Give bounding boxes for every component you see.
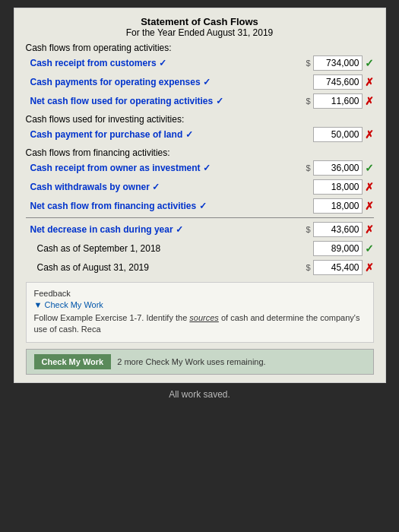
net-cash-financing-x-icon: ✗	[365, 200, 374, 212]
land-purchase-label: Cash payment for purchase of land ✓	[26, 129, 313, 140]
net-cash-operating-label: Net cash flow used for operating activit…	[26, 96, 306, 106]
feedback-text: Follow Example Exercise 1-7. Identify th…	[34, 312, 366, 336]
net-cash-operating-value: $ 11,600 ✗	[306, 93, 373, 109]
cash-withdrawals-x-icon: ✗	[365, 181, 374, 193]
land-purchase-row: Cash payment for purchase of land ✓ 50,0…	[26, 126, 374, 143]
cash-payments-row: Cash payments for operating expenses ✓ 7…	[26, 74, 374, 90]
cash-aug-label: Cash as of August 31, 2019	[26, 262, 306, 273]
cash-aug-value: $ 45,400 ✗	[306, 260, 373, 275]
cash-sept-row: Cash as of September 1, 2018 89,000 ✓	[26, 240, 374, 257]
owner-investment-row: Cash receipt from owner as investment ✓ …	[26, 160, 374, 176]
land-purchase-x-icon: ✗	[365, 128, 374, 141]
net-cash-financing-input[interactable]: 18,000	[313, 198, 363, 214]
document-header: Statement of Cash Flows For the Year End…	[26, 16, 374, 38]
document-title: Statement of Cash Flows	[26, 16, 374, 27]
cash-payments-input[interactable]: 745,600	[313, 74, 363, 90]
bottom-bar: Check My Work 2 more Check My Work uses …	[26, 349, 374, 375]
land-purchase-input[interactable]: 50,000	[313, 127, 363, 142]
cash-payments-x-icon: ✗	[365, 76, 374, 88]
net-decrease-label: Net decrease in cash during year ✓	[26, 224, 306, 235]
dollar-sign-2: $	[306, 97, 310, 106]
cash-receipt-input[interactable]: 734,000	[313, 55, 363, 71]
net-decrease-input[interactable]: 43,600	[313, 222, 363, 237]
cash-payments-label: Cash payments for operating expenses ✓	[26, 77, 313, 87]
cash-sept-input[interactable]: 89,000	[313, 241, 363, 256]
dollar-sign-4: $	[306, 225, 310, 234]
document-subtitle: For the Year Ended August 31, 2019	[26, 27, 374, 38]
net-cash-operating-row: Net cash flow used for operating activit…	[26, 93, 374, 109]
net-cash-operating-x-icon: ✗	[365, 95, 374, 107]
investing-section-label: Cash flows used for investing activities…	[26, 114, 374, 125]
cash-sept-value: 89,000 ✓	[313, 241, 374, 256]
cash-withdrawals-row: Cash withdrawals by owner ✓ 18,000 ✗	[26, 179, 374, 195]
check-my-work-button[interactable]: Check My Work	[34, 354, 112, 369]
cash-sept-check-icon: ✓	[365, 242, 374, 255]
cash-aug-input[interactable]: 45,400	[313, 260, 363, 275]
net-decrease-x-icon: ✗	[365, 223, 374, 236]
owner-investment-check-icon: ✓	[365, 162, 374, 174]
net-cash-financing-row: Net cash flow from financing activities …	[26, 198, 374, 214]
owner-investment-input[interactable]: 36,000	[313, 160, 363, 176]
owner-investment-value: $ 36,000 ✓	[306, 160, 373, 176]
operating-section-label: Cash flows from operating activities:	[26, 43, 374, 53]
cash-aug-x-icon: ✗	[365, 261, 374, 274]
cash-receipt-value: $ 734,000 ✓	[306, 55, 373, 71]
cash-withdrawals-label: Cash withdrawals by owner ✓	[26, 182, 313, 192]
financing-section-label: Cash flows from financing activities:	[26, 147, 374, 158]
net-cash-operating-input[interactable]: 11,600	[313, 93, 363, 109]
net-cash-financing-value: 18,000 ✗	[313, 198, 374, 214]
cash-receipt-row: Cash receipt from customers ✓ $ 734,000 …	[26, 55, 374, 71]
cash-withdrawals-value: 18,000 ✗	[313, 179, 374, 195]
net-decrease-value: $ 43,600 ✗	[306, 222, 373, 237]
cash-sept-label: Cash as of September 1, 2018	[26, 243, 313, 254]
cash-receipt-check-icon: ✓	[365, 57, 374, 69]
divider-1	[26, 217, 374, 218]
owner-investment-label: Cash receipt from owner as investment ✓	[26, 163, 306, 173]
cash-aug-row: Cash as of August 31, 2019 $ 45,400 ✗	[26, 259, 374, 276]
land-purchase-value: 50,000 ✗	[313, 127, 374, 142]
feedback-section: Feedback ▼ Check My Work Follow Example …	[26, 282, 374, 343]
dollar-sign-1: $	[306, 59, 310, 68]
all-saved-text: All work saved.	[169, 389, 230, 400]
net-decrease-row: Net decrease in cash during year ✓ $ 43,…	[26, 221, 374, 238]
cash-withdrawals-input[interactable]: 18,000	[313, 179, 363, 195]
cash-payments-value: 745,600 ✗	[313, 74, 374, 90]
remaining-text: 2 more Check My Work uses remaining.	[117, 357, 265, 366]
dollar-sign-3: $	[306, 163, 310, 173]
cash-receipt-label: Cash receipt from customers ✓	[26, 58, 306, 68]
check-my-work-link[interactable]: ▼ Check My Work	[34, 300, 366, 309]
net-cash-financing-label: Net cash flow from financing activities …	[26, 201, 313, 211]
dollar-sign-5: $	[306, 263, 310, 272]
feedback-label: Feedback	[34, 289, 366, 298]
